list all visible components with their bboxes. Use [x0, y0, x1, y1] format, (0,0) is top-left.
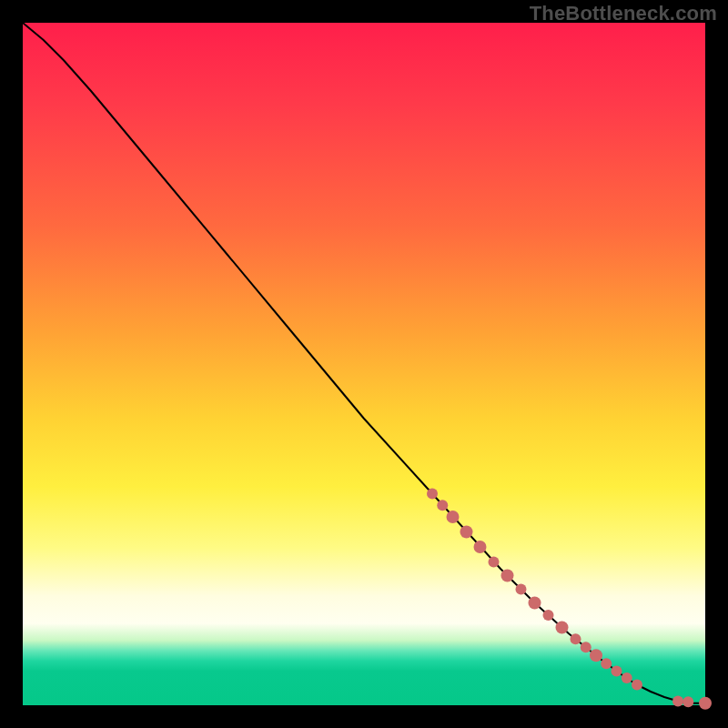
data-marker — [682, 696, 693, 707]
data-marker — [427, 489, 438, 500]
data-marker — [447, 511, 460, 523]
curve-line — [23, 23, 705, 703]
data-marker — [529, 597, 541, 610]
data-marker — [622, 672, 632, 683]
data-marker — [474, 541, 487, 553]
plot-area — [23, 23, 705, 705]
data-marker — [581, 642, 592, 652]
data-marker — [437, 500, 448, 511]
data-marker — [460, 526, 473, 539]
data-marker — [590, 649, 602, 662]
data-marker — [571, 633, 581, 644]
data-marker — [489, 557, 500, 568]
markers-group — [427, 489, 712, 710]
data-marker — [601, 658, 612, 669]
data-marker — [501, 570, 514, 582]
data-marker — [543, 610, 554, 621]
data-marker — [699, 697, 712, 710]
watermark-text: TheBottleneck.com — [530, 2, 717, 25]
chart-frame: TheBottleneck.com — [0, 0, 728, 728]
data-marker — [516, 584, 527, 595]
data-marker — [632, 680, 642, 691]
data-marker — [556, 622, 569, 634]
data-marker — [672, 696, 683, 707]
data-marker — [612, 666, 622, 677]
chart-svg — [23, 23, 705, 705]
